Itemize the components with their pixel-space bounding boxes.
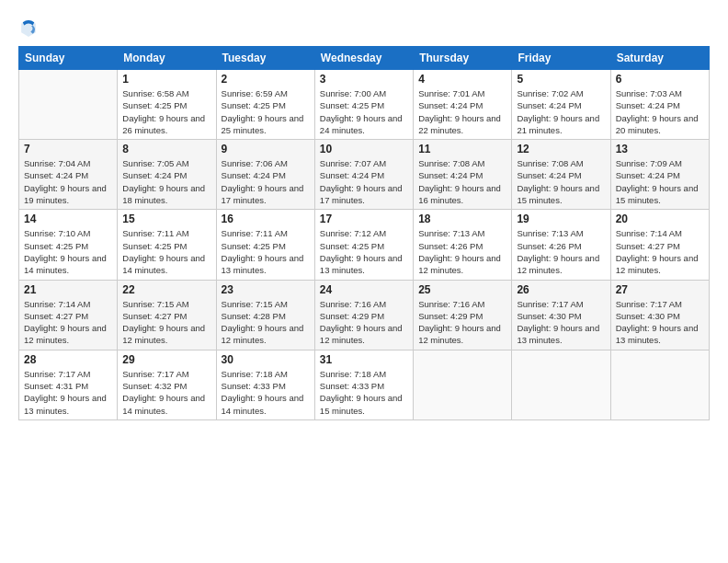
day-info: Sunrise: 7:17 AMSunset: 4:32 PMDaylight:… — [122, 368, 210, 417]
calendar-table: SundayMondayTuesdayWednesdayThursdayFrid… — [18, 46, 710, 420]
calendar-cell — [512, 350, 610, 419]
day-info: Sunrise: 7:11 AMSunset: 4:25 PMDaylight:… — [222, 227, 310, 276]
day-number: 20 — [616, 213, 704, 225]
calendar-cell — [19, 70, 118, 140]
day-info: Sunrise: 7:18 AMSunset: 4:33 PMDaylight:… — [320, 368, 408, 417]
day-info: Sunrise: 7:13 AMSunset: 4:26 PMDaylight:… — [517, 227, 605, 276]
week-row-3: 21 Sunrise: 7:14 AMSunset: 4:27 PMDaylig… — [19, 280, 710, 350]
calendar-cell: 28 Sunrise: 7:17 AMSunset: 4:31 PMDaylig… — [19, 350, 118, 419]
day-info: Sunrise: 7:00 AMSunset: 4:25 PMDaylight:… — [320, 87, 408, 136]
day-number: 13 — [616, 143, 704, 155]
day-info: Sunrise: 6:59 AMSunset: 4:25 PMDaylight:… — [222, 87, 310, 136]
day-number: 15 — [122, 213, 210, 225]
calendar-cell: 17 Sunrise: 7:12 AMSunset: 4:25 PMDaylig… — [314, 210, 413, 280]
day-number: 18 — [418, 213, 506, 225]
day-number: 27 — [616, 283, 704, 296]
day-info: Sunrise: 7:09 AMSunset: 4:24 PMDaylight:… — [616, 157, 704, 206]
calendar-cell: 2 Sunrise: 6:59 AMSunset: 4:25 PMDayligh… — [216, 70, 314, 140]
day-number: 8 — [122, 143, 210, 155]
calendar-cell: 21 Sunrise: 7:14 AMSunset: 4:27 PMDaylig… — [19, 280, 118, 350]
calendar-cell: 7 Sunrise: 7:04 AMSunset: 4:24 PMDayligh… — [19, 140, 118, 210]
day-number: 10 — [320, 143, 408, 155]
day-info: Sunrise: 7:10 AMSunset: 4:25 PMDaylight:… — [24, 227, 112, 276]
day-number: 30 — [222, 353, 310, 366]
day-number: 29 — [122, 353, 210, 366]
calendar-cell: 22 Sunrise: 7:15 AMSunset: 4:27 PMDaylig… — [118, 280, 216, 350]
day-number: 28 — [24, 353, 112, 366]
day-number: 19 — [517, 213, 605, 225]
calendar-cell: 8 Sunrise: 7:05 AMSunset: 4:24 PMDayligh… — [118, 140, 216, 210]
day-number: 5 — [517, 73, 605, 86]
day-info: Sunrise: 7:06 AMSunset: 4:24 PMDaylight:… — [222, 157, 310, 206]
day-info: Sunrise: 7:18 AMSunset: 4:33 PMDaylight:… — [222, 368, 310, 417]
calendar-cell: 10 Sunrise: 7:07 AMSunset: 4:24 PMDaylig… — [314, 140, 413, 210]
calendar-cell: 15 Sunrise: 7:11 AMSunset: 4:25 PMDaylig… — [118, 210, 216, 280]
calendar-cell: 30 Sunrise: 7:18 AMSunset: 4:33 PMDaylig… — [216, 350, 314, 419]
day-info: Sunrise: 7:15 AMSunset: 4:27 PMDaylight:… — [122, 298, 210, 347]
calendar-cell: 29 Sunrise: 7:17 AMSunset: 4:32 PMDaylig… — [118, 350, 216, 419]
day-number: 22 — [122, 283, 210, 296]
day-number: 17 — [320, 213, 408, 225]
calendar-cell: 18 Sunrise: 7:13 AMSunset: 4:26 PMDaylig… — [414, 210, 512, 280]
calendar-cell: 12 Sunrise: 7:08 AMSunset: 4:24 PMDaylig… — [512, 140, 610, 210]
day-info: Sunrise: 7:17 AMSunset: 4:30 PMDaylight:… — [517, 298, 605, 347]
day-info: Sunrise: 7:03 AMSunset: 4:24 PMDaylight:… — [616, 87, 704, 136]
calendar-cell: 31 Sunrise: 7:18 AMSunset: 4:33 PMDaylig… — [314, 350, 413, 419]
calendar-cell — [414, 350, 512, 419]
week-row-4: 28 Sunrise: 7:17 AMSunset: 4:31 PMDaylig… — [19, 350, 710, 419]
weekday-header-sunday: Sunday — [19, 47, 118, 70]
weekday-header-row: SundayMondayTuesdayWednesdayThursdayFrid… — [19, 47, 710, 70]
day-number: 21 — [24, 283, 112, 296]
header — [18, 17, 710, 37]
calendar-cell: 16 Sunrise: 7:11 AMSunset: 4:25 PMDaylig… — [216, 210, 314, 280]
logo — [18, 17, 42, 37]
day-info: Sunrise: 7:17 AMSunset: 4:30 PMDaylight:… — [616, 298, 704, 347]
weekday-header-thursday: Thursday — [414, 47, 512, 70]
week-row-1: 7 Sunrise: 7:04 AMSunset: 4:24 PMDayligh… — [19, 140, 710, 210]
calendar-cell: 26 Sunrise: 7:17 AMSunset: 4:30 PMDaylig… — [512, 280, 610, 350]
day-number: 12 — [517, 143, 605, 155]
day-number: 23 — [222, 283, 310, 296]
week-row-0: 1 Sunrise: 6:58 AMSunset: 4:25 PMDayligh… — [19, 70, 710, 140]
day-info: Sunrise: 7:12 AMSunset: 4:25 PMDaylight:… — [320, 227, 408, 276]
day-number: 26 — [517, 283, 605, 296]
calendar-cell: 6 Sunrise: 7:03 AMSunset: 4:24 PMDayligh… — [610, 70, 709, 140]
day-info: Sunrise: 7:01 AMSunset: 4:24 PMDaylight:… — [418, 87, 506, 136]
calendar-cell: 4 Sunrise: 7:01 AMSunset: 4:24 PMDayligh… — [414, 70, 512, 140]
logo-icon — [18, 17, 39, 37]
calendar-cell: 25 Sunrise: 7:16 AMSunset: 4:29 PMDaylig… — [414, 280, 512, 350]
calendar-cell: 11 Sunrise: 7:08 AMSunset: 4:24 PMDaylig… — [414, 140, 512, 210]
calendar-cell: 9 Sunrise: 7:06 AMSunset: 4:24 PMDayligh… — [216, 140, 314, 210]
day-info: Sunrise: 7:14 AMSunset: 4:27 PMDaylight:… — [24, 298, 112, 347]
day-info: Sunrise: 7:08 AMSunset: 4:24 PMDaylight:… — [418, 157, 506, 206]
day-number: 4 — [418, 73, 506, 86]
day-info: Sunrise: 7:08 AMSunset: 4:24 PMDaylight:… — [517, 157, 605, 206]
weekday-header-monday: Monday — [118, 47, 216, 70]
day-number: 25 — [418, 283, 506, 296]
day-info: Sunrise: 7:05 AMSunset: 4:24 PMDaylight:… — [122, 157, 210, 206]
calendar-cell: 24 Sunrise: 7:16 AMSunset: 4:29 PMDaylig… — [314, 280, 413, 350]
page: SundayMondayTuesdayWednesdayThursdayFrid… — [0, 0, 728, 563]
day-number: 3 — [320, 73, 408, 86]
day-number: 7 — [24, 143, 112, 155]
day-number: 2 — [222, 73, 310, 86]
calendar-cell: 5 Sunrise: 7:02 AMSunset: 4:24 PMDayligh… — [512, 70, 610, 140]
day-info: Sunrise: 7:11 AMSunset: 4:25 PMDaylight:… — [122, 227, 210, 276]
day-info: Sunrise: 6:58 AMSunset: 4:25 PMDaylight:… — [122, 87, 210, 136]
day-number: 1 — [122, 73, 210, 86]
calendar-cell: 13 Sunrise: 7:09 AMSunset: 4:24 PMDaylig… — [610, 140, 709, 210]
day-number: 14 — [24, 213, 112, 225]
day-info: Sunrise: 7:02 AMSunset: 4:24 PMDaylight:… — [517, 87, 605, 136]
day-info: Sunrise: 7:07 AMSunset: 4:24 PMDaylight:… — [320, 157, 408, 206]
day-number: 31 — [320, 353, 408, 366]
calendar-cell: 3 Sunrise: 7:00 AMSunset: 4:25 PMDayligh… — [314, 70, 413, 140]
weekday-header-wednesday: Wednesday — [314, 47, 413, 70]
day-number: 6 — [616, 73, 704, 86]
calendar-cell — [610, 350, 709, 419]
day-number: 24 — [320, 283, 408, 296]
day-info: Sunrise: 7:15 AMSunset: 4:28 PMDaylight:… — [222, 298, 310, 347]
calendar-cell: 19 Sunrise: 7:13 AMSunset: 4:26 PMDaylig… — [512, 210, 610, 280]
day-info: Sunrise: 7:14 AMSunset: 4:27 PMDaylight:… — [616, 227, 704, 276]
calendar-cell: 14 Sunrise: 7:10 AMSunset: 4:25 PMDaylig… — [19, 210, 118, 280]
day-number: 16 — [222, 213, 310, 225]
